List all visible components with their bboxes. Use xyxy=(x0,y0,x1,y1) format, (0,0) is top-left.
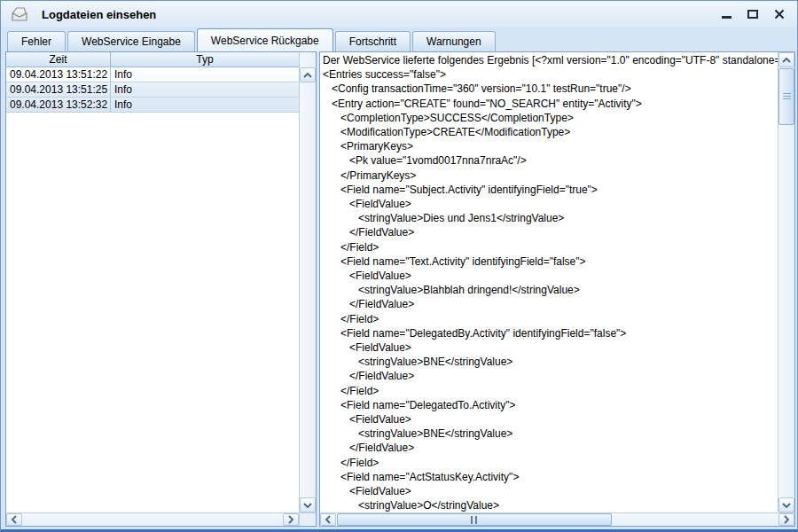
xml-line: </PrimaryKeys> xyxy=(323,168,778,183)
scroll-left-button[interactable] xyxy=(6,513,22,526)
cell-zeit: 09.04.2013 13:52:32 xyxy=(6,98,111,112)
xml-line: <Pk value="1vomd0017nna7nraAc"/> xyxy=(323,153,778,168)
scrollbar-corner xyxy=(299,512,316,526)
left-horizontal-scrollbar[interactable] xyxy=(6,512,299,526)
xml-line: <FieldValue> xyxy=(323,197,778,211)
chevron-up-icon xyxy=(303,73,312,78)
scroll-track[interactable] xyxy=(612,513,778,526)
xml-line: <Config transactionTime="360" version="1… xyxy=(323,82,778,96)
scroll-track[interactable] xyxy=(22,513,283,526)
minimize-button[interactable] xyxy=(719,7,733,21)
scroll-right-button[interactable] xyxy=(283,513,299,526)
xml-line: <Field name="Subject.Activity" identifyi… xyxy=(323,183,778,197)
cell-zeit: 09.04.2013 13:51:25 xyxy=(6,82,111,97)
xml-line: <Field name="DelegatedTo.Activity"> xyxy=(323,398,778,412)
column-header-zeit[interactable]: Zeit xyxy=(6,52,111,66)
xml-line: </Field> xyxy=(323,384,778,398)
table-row[interactable]: 09.04.2013 13:51:25 Info xyxy=(6,82,299,98)
window-title: Logdateien einsehen xyxy=(42,8,156,21)
scroll-track[interactable] xyxy=(300,82,316,497)
xml-line: <Entries success="false"> xyxy=(323,67,778,82)
xml-line: </FieldValue> xyxy=(323,225,778,239)
column-header-typ[interactable]: Typ xyxy=(111,52,299,66)
cell-zeit: 09.04.2013 13:51:22 xyxy=(6,67,111,82)
xml-line: </FieldValue> xyxy=(323,441,778,455)
scroll-thumb[interactable] xyxy=(337,513,612,526)
webservice-result-panel: Der WebService lieferte folgendes Ergebn… xyxy=(319,51,795,527)
open-envelope-icon xyxy=(10,6,29,22)
xml-line: <Entry action="CREATE" found="NO_SEARCH"… xyxy=(323,97,778,111)
tab-fortschritt[interactable]: Fortschritt xyxy=(335,31,411,51)
scroll-up-button[interactable] xyxy=(778,52,794,67)
xml-line: </FieldValue> xyxy=(323,297,778,311)
tab-fehler[interactable]: Fehler xyxy=(7,31,66,51)
xml-line: <ModificationType>CREATE</ModificationTy… xyxy=(323,125,778,139)
log-table-header: Zeit Typ xyxy=(6,52,299,67)
xml-line: <Field name="ActStatusKey.Activity"> xyxy=(323,470,778,484)
xml-line: <FieldValue> xyxy=(323,412,778,426)
xml-line: </FieldValue> xyxy=(323,369,778,383)
minimize-icon xyxy=(722,16,732,19)
scroll-left-button[interactable] xyxy=(320,513,336,526)
chevron-left-icon xyxy=(12,515,17,524)
cell-typ: Info xyxy=(111,82,299,97)
log-entries-panel: Zeit Typ 09.04.2013 13:51:22 Info 09.04.… xyxy=(5,51,317,527)
table-row[interactable]: 09.04.2013 13:52:32 Info xyxy=(6,98,299,113)
xml-line: <stringValue>O</stringValue> xyxy=(323,498,778,512)
xml-line: <Field name="Text.Activity" identifyingF… xyxy=(323,254,778,269)
grip-icon xyxy=(783,93,791,100)
tab-webservice-eingabe[interactable]: WebService Eingabe xyxy=(67,31,195,51)
close-icon xyxy=(774,9,785,20)
xml-line: <stringValue>BNE</stringValue> xyxy=(323,355,778,369)
maximize-icon xyxy=(747,10,758,19)
xml-line: <FieldValue> xyxy=(323,269,778,283)
tab-warnungen[interactable]: Warnungen xyxy=(412,31,496,51)
cell-typ: Info xyxy=(111,67,299,82)
xml-line: Der WebService lieferte folgendes Ergebn… xyxy=(323,53,778,67)
xml-line: <stringValue>Blahblah dringend!</stringV… xyxy=(323,283,778,297)
xml-line: <FieldValue> xyxy=(323,484,778,498)
chevron-up-icon xyxy=(782,58,791,63)
scroll-track[interactable] xyxy=(778,125,794,512)
chevron-left-icon xyxy=(325,515,331,524)
grip-icon xyxy=(471,516,478,524)
scroll-up-button[interactable] xyxy=(300,67,316,82)
scroll-down-button[interactable] xyxy=(778,497,794,512)
xml-line: <stringValue>BNE</stringValue> xyxy=(323,426,778,441)
scroll-down-button[interactable] xyxy=(300,497,316,512)
scroll-thumb[interactable] xyxy=(778,68,794,125)
log-table: Zeit Typ 09.04.2013 13:51:22 Info 09.04.… xyxy=(6,52,299,512)
xml-line: <FieldValue> xyxy=(323,340,778,355)
scroll-right-button[interactable] xyxy=(778,513,794,526)
xml-line: <PrimaryKeys> xyxy=(323,139,778,153)
chevron-down-icon xyxy=(303,503,312,508)
right-horizontal-scrollbar[interactable] xyxy=(320,512,794,526)
maximize-button[interactable] xyxy=(746,7,760,21)
chevron-down-icon xyxy=(782,503,791,508)
webservice-result-text[interactable]: Der WebService lieferte folgendes Ergebn… xyxy=(320,52,778,512)
log-viewer-window: Logdateien einsehen Fehler WebService Ei… xyxy=(0,0,798,532)
xml-line: <stringValue>Dies und Jens1</stringValue… xyxy=(323,211,778,225)
tab-bar: Fehler WebService Eingabe WebService Rüc… xyxy=(1,27,797,51)
cell-typ: Info xyxy=(111,98,299,112)
chevron-right-icon xyxy=(288,515,293,524)
xml-line: <Field name="DelegatedBy.Activity" ident… xyxy=(323,326,778,340)
xml-line: <CompletionType>SUCCESS</CompletionType> xyxy=(323,111,778,125)
chevron-right-icon xyxy=(784,515,789,524)
title-bar[interactable]: Logdateien einsehen xyxy=(1,1,797,27)
xml-line: </Field> xyxy=(323,312,778,326)
window-controls xyxy=(719,7,786,21)
left-vertical-scrollbar[interactable] xyxy=(299,52,316,512)
tab-webservice-rueckgabe[interactable]: WebService Rückgabe xyxy=(197,28,333,51)
close-button[interactable] xyxy=(772,7,786,21)
xml-line: </Field> xyxy=(323,240,778,254)
table-row[interactable]: 09.04.2013 13:51:22 Info xyxy=(6,67,299,82)
xml-line: </Field> xyxy=(323,456,778,470)
right-vertical-scrollbar[interactable] xyxy=(778,52,794,512)
